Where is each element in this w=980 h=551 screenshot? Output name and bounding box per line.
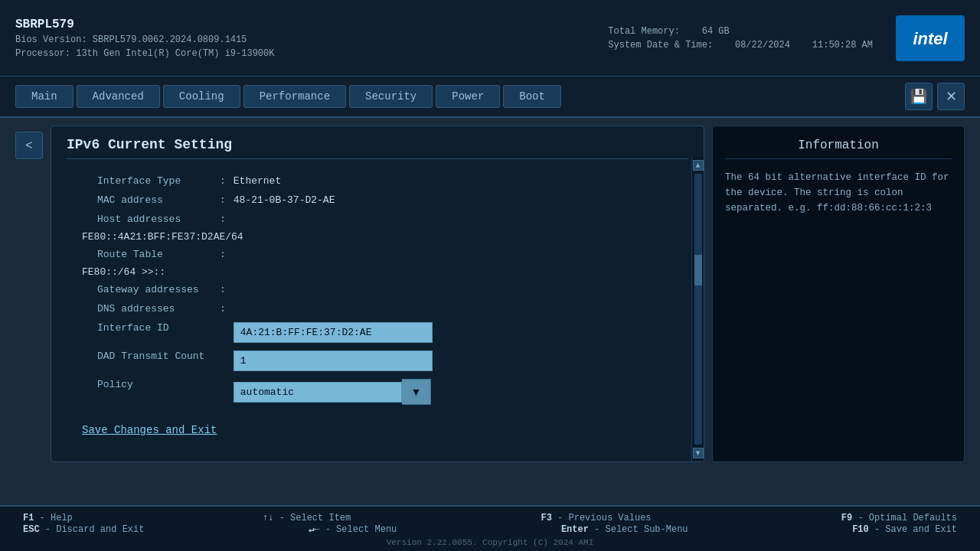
info-title: Information [725,139,952,159]
f9-defaults: F9 - Optimal Defaults [841,513,957,523]
dad-transmit-row: DAD Transmit Count : [67,347,688,375]
dad-input[interactable] [234,350,433,371]
host-addresses-row: Host addresses : [67,210,688,229]
gateway-label: Gateway addresses [67,284,220,295]
f10-save: F10 - Save and Exit [852,524,957,535]
enter-sub-menu: Enter - Select Sub-Menu [561,524,688,535]
interface-type-row: Interface Type : Ethernet [67,171,688,191]
route-address-value: FE80::/64 >>:: [67,264,688,280]
interface-id-row: Interface ID : [67,318,688,347]
system-info: Total Memory: 64 GB System Date & Time: … [608,26,873,51]
header-left: SBRPL579 Bios Version: SBRPL579.0062.202… [15,18,274,59]
dns-label: DNS addresses [67,303,220,315]
host-address-value: FE80::4A21:BFF:FE37:D2AE/64 [67,229,688,245]
nav-tabs: Main Advanced Cooling Performance Securi… [15,85,561,108]
main-content: < IPv6 Current Setting Interface Type : … [0,118,980,470]
esc-discard: ESC - Discard and Exit [23,524,144,535]
scroll-track [694,174,702,445]
nav-bar: Main Advanced Cooling Performance Securi… [0,77,980,118]
up-down-item: ↑↓ - Select Item [263,513,351,523]
scroll-thumb[interactable] [694,255,702,285]
intel-logo: intel [896,15,965,61]
footer-version: Version 2.22.0055. Copyright (C) 2024 AM… [23,538,957,547]
scroll-up-arrow[interactable]: ▲ [693,160,704,171]
tab-performance[interactable]: Performance [243,85,346,108]
save-icon-btn[interactable]: 💾 [905,83,933,110]
interface-id-input[interactable] [234,322,433,343]
route-table-row: Route Table : [67,245,688,264]
bios-info: Bios Version: SBRPL579.0062.2024.0809.14… [15,34,274,45]
tab-advanced[interactable]: Advanced [77,85,160,108]
policy-label: Policy [67,379,220,390]
datetime-info: System Date & Time: 08/22/2024 11:50:28 … [608,40,873,51]
gateway-row: Gateway addresses : [67,280,688,299]
policy-row: Policy : ▼ [67,375,688,409]
footer-row-2: ESC - Discard and Exit ↵← - Select Menu … [23,523,957,535]
dns-row: DNS addresses : [67,299,688,318]
interface-id-label: Interface ID [67,322,220,334]
tab-cooling[interactable]: Cooling [163,85,240,108]
interface-type-value: Ethernet [234,175,281,187]
tab-power[interactable]: Power [436,85,500,108]
tab-boot[interactable]: Boot [503,85,561,108]
route-table-label: Route Table [67,249,220,260]
mac-address-row: MAC address : 48-21-0B-37-D2-AE [67,191,688,210]
mac-label: MAC address [67,194,220,206]
settings-panel: IPv6 Current Setting Interface Type : Et… [51,126,704,462]
policy-input[interactable] [234,382,402,403]
policy-dropdown-button[interactable]: ▼ [402,379,431,405]
enter-select-menu: ↵← - Select Menu [309,523,397,535]
page-title: IPv6 Current Setting [67,137,688,159]
svg-text:intel: intel [913,29,948,48]
save-changes-link[interactable]: Save Changes and Exit [67,424,217,436]
info-panel: Information The 64 bit alternative inter… [712,126,965,462]
dad-label: DAD Transmit Count [67,350,220,362]
nav-action-icons: 💾 ✕ [905,83,965,110]
processor-info: Processor: 13th Gen Intel(R) Core(TM) i9… [15,48,274,59]
f1-help: F1 - Help [23,513,73,523]
f3-previous: F3 - Previous Values [541,513,652,523]
back-button[interactable]: < [15,132,43,159]
memory-info: Total Memory: 64 GB [608,26,873,37]
policy-container: ▼ [234,379,431,405]
close-icon-btn[interactable]: ✕ [937,83,965,110]
save-link-container: Save Changes and Exit [67,409,688,437]
footer-row-1: F1 - Help ↑↓ - Select Item F3 - Previous… [23,513,957,523]
scrollbar[interactable]: ▲ ▼ [691,157,704,461]
header: SBRPL579 Bios Version: SBRPL579.0062.202… [0,0,980,77]
tab-security[interactable]: Security [349,85,433,108]
scroll-down-arrow[interactable]: ▼ [693,448,704,458]
footer: F1 - Help ↑↓ - Select Item F3 - Previous… [0,505,980,551]
mac-value: 48-21-0B-37-D2-AE [234,194,335,206]
interface-type-label: Interface Type [67,175,220,187]
host-addresses-label: Host addresses [67,214,220,225]
info-text: The 64 bit alternative interface ID for … [725,170,952,216]
tab-main[interactable]: Main [15,85,74,108]
header-right: Total Memory: 64 GB System Date & Time: … [608,15,965,61]
model-name: SBRPL579 [15,18,274,31]
